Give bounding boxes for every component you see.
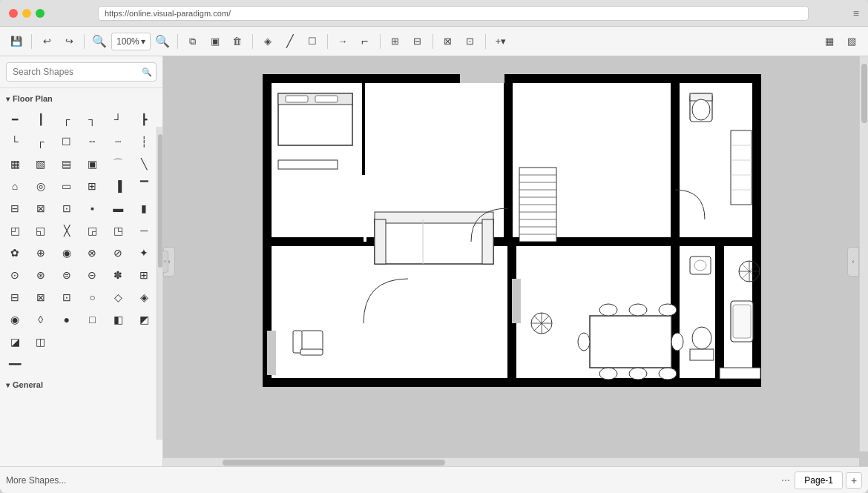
shape-s3[interactable]: ◩ — [134, 309, 154, 330]
arrange-button[interactable]: ⊟ — [407, 31, 428, 52]
shape-bath2[interactable]: ⊠ — [30, 287, 51, 308]
copy-button[interactable]: ⧉ — [183, 31, 203, 52]
zoom-in-button[interactable]: 🔍 — [152, 31, 173, 52]
canvas-hscroll-thumb[interactable] — [223, 460, 445, 466]
sidebar-collapse-handle[interactable]: ‹ — [162, 251, 168, 273]
shape-corner-tl[interactable]: ┌ — [56, 109, 77, 130]
line-color-button[interactable]: ╱ — [280, 31, 300, 52]
shape-grid3[interactable]: ⊛ — [30, 265, 51, 285]
shape-stair1[interactable]: ⊘ — [108, 242, 128, 263]
search-input[interactable] — [6, 62, 157, 82]
shape-diag[interactable]: ╲ — [134, 153, 154, 174]
section-floor-plan[interactable]: Floor Plan — [0, 91, 162, 106]
shape-monitor[interactable]: ⊡ — [56, 198, 77, 219]
shape-sink[interactable]: ▔ — [134, 176, 154, 196]
shape-sofa2[interactable]: ⊞ — [134, 265, 154, 285]
shape-dash-h[interactable]: ╌ — [82, 131, 102, 152]
shape-hatch4[interactable]: ▣ — [82, 153, 102, 174]
shape-door1[interactable]: ⊡ — [56, 287, 77, 308]
sidebar-scroll-thumb[interactable] — [158, 134, 162, 268]
layout-button[interactable]: ⊡ — [460, 31, 481, 52]
connector-button[interactable]: ⌐ — [355, 31, 375, 52]
shape-t-shape[interactable]: ┣ — [134, 109, 154, 130]
shape-window2[interactable]: ◳ — [108, 220, 128, 241]
shape-arc[interactable]: ⌒ — [108, 153, 128, 174]
undo-button[interactable]: ↩ — [36, 31, 57, 52]
shape-x-shape[interactable]: ╳ — [56, 220, 77, 241]
shape-eyegl[interactable]: ◎ — [30, 176, 51, 196]
shape-s1[interactable]: □ — [82, 309, 102, 330]
lock-button[interactable]: ⊠ — [438, 31, 458, 52]
shape-table1[interactable]: ◉ — [56, 242, 77, 263]
shape-s4[interactable]: ◪ — [4, 331, 25, 352]
shape-fan2[interactable]: ✽ — [108, 265, 128, 285]
cut-button[interactable]: ▣ — [205, 31, 226, 52]
zoom-level-display[interactable]: 100% ▾ — [111, 33, 151, 50]
shape-l-bl[interactable]: └ — [4, 131, 25, 152]
shape-wall-h[interactable]: ━ — [4, 109, 25, 130]
shape-l2[interactable]: ┌ — [30, 131, 51, 152]
zoom-out-button[interactable]: 🔍 — [89, 31, 110, 52]
minimize-button[interactable] — [22, 9, 31, 18]
shape-wall-v[interactable]: ┃ — [30, 109, 51, 130]
page-menu-button[interactable]: ⋯ — [777, 472, 795, 489]
shape-rect[interactable]: ☐ — [56, 131, 77, 152]
insert-button[interactable]: +▾ — [490, 31, 511, 52]
add-page-button[interactable]: + — [846, 472, 862, 489]
shape-window1[interactable]: ◲ — [82, 220, 102, 241]
more-shapes-link[interactable]: More Shapes... — [6, 475, 777, 486]
shape-hatch1[interactable]: ▦ — [4, 153, 25, 174]
url-bar[interactable]: https://online.visual-paradigm.com/ — [98, 6, 809, 21]
close-button[interactable] — [9, 9, 18, 18]
shape-trapz[interactable]: ⌂ — [4, 176, 25, 196]
shape-dash-v[interactable]: ┆ — [134, 131, 154, 152]
fill-color-button[interactable]: ◈ — [257, 31, 278, 52]
group-button[interactable]: ⊞ — [385, 31, 406, 52]
shape-circ2[interactable]: ◇ — [108, 287, 128, 308]
shape-fan1[interactable]: ✿ — [4, 242, 25, 263]
canvas-area[interactable]: › ‹ — [163, 56, 868, 466]
shape-grid1[interactable]: ⊞ — [82, 176, 102, 196]
shape-chair1[interactable]: ⊗ — [82, 242, 102, 263]
arrow-button[interactable]: → — [332, 31, 353, 52]
maximize-button[interactable] — [36, 9, 45, 18]
shape-pillar[interactable]: ▐ — [108, 176, 128, 196]
shape-toilet[interactable]: ⊠ — [30, 198, 51, 219]
shape-circ5[interactable]: ◊ — [30, 309, 51, 330]
save-button[interactable]: 💾 — [6, 31, 27, 52]
shape-dresser[interactable]: ▬ — [108, 198, 128, 219]
shape-bath1[interactable]: ⊟ — [4, 287, 25, 308]
shape-s5[interactable]: ◫ — [30, 331, 51, 352]
shape-circ4[interactable]: ◉ — [4, 309, 25, 330]
shape-corner3[interactable]: ◱ — [30, 220, 51, 241]
shape-desk[interactable]: ▪ — [82, 198, 102, 219]
shape-corner-tr[interactable]: ┐ — [82, 109, 102, 130]
shape-circ6[interactable]: ● — [56, 309, 77, 330]
shape-style-button[interactable]: ☐ — [302, 31, 323, 52]
shape-rect2[interactable]: ▭ — [56, 176, 77, 196]
panel-toggle-right[interactable]: ▧ — [841, 31, 862, 52]
shape-hatch2[interactable]: ▧ — [30, 153, 51, 174]
shape-hatch3[interactable]: ▤ — [56, 153, 77, 174]
browser-menu-icon[interactable]: ≡ — [853, 7, 859, 19]
panel-toggle-left[interactable]: ▦ — [819, 31, 840, 52]
section-general[interactable]: General — [0, 377, 162, 392]
shape-circ1[interactable]: ○ — [82, 287, 102, 308]
page-1-tab[interactable]: Page-1 — [795, 472, 843, 489]
redo-button[interactable]: ↪ — [59, 31, 79, 52]
shape-s2[interactable]: ◧ — [108, 309, 128, 330]
delete-button[interactable]: 🗑 — [227, 31, 248, 52]
shape-range[interactable]: ⊟ — [4, 198, 25, 219]
shape-line[interactable]: ━━ — [4, 354, 25, 374]
shape-sofa1[interactable]: ⊕ — [30, 242, 51, 263]
shape-plant1[interactable]: ✦ — [134, 242, 154, 263]
shape-dash-h2[interactable]: ┄ — [108, 131, 128, 152]
shape-grid4[interactable]: ⊜ — [56, 265, 77, 285]
shape-grid2[interactable]: ⊙ — [4, 265, 25, 285]
shape-bookcase[interactable]: ▮ — [134, 198, 154, 219]
shape-rect3[interactable]: ⊝ — [82, 265, 102, 285]
shape-minus[interactable]: ─ — [134, 220, 154, 241]
shape-corner-br[interactable]: ┘ — [108, 109, 128, 130]
canvas-vscroll-thumb[interactable] — [861, 64, 867, 123]
floorplan-canvas[interactable] — [260, 71, 764, 390]
